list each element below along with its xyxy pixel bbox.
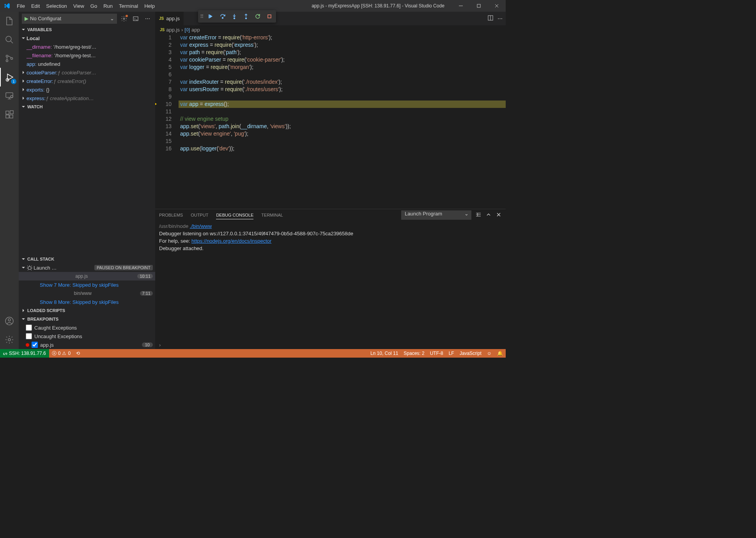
callstack-thread[interactable]: Launch … PAUSED ON BREAKPOINT (19, 263, 155, 272)
open-launch-json-button[interactable] (119, 14, 129, 23)
variable-row[interactable]: __dirname: '/home/greg-test/… (19, 42, 155, 51)
debug-session-select[interactable]: Launch Program (401, 210, 471, 220)
close-button[interactable] (488, 0, 506, 12)
minimize-button[interactable] (452, 0, 470, 12)
svg-point-17 (28, 266, 31, 270)
extensions-icon[interactable] (0, 105, 19, 124)
variable-row[interactable]: exports: {} (19, 85, 155, 94)
svg-rect-0 (477, 4, 480, 7)
debug-config-dropdown[interactable]: ▶ No Configurat ⌄ (22, 14, 117, 24)
indentation-status[interactable]: Spaces: 2 (401, 351, 427, 356)
debug-sidebar: ▶ No Configurat ⌄ ⋯ VARIABLES Local __di… (19, 12, 155, 349)
stack-frame[interactable]: bin/www7:11 (19, 289, 155, 298)
stack-show-more-link[interactable]: Show 7 More: Skipped by skipFiles (19, 280, 155, 289)
variable-row[interactable]: cookieParser: ƒ cookieParser… (19, 68, 155, 77)
breadcrumbs[interactable]: JS app.js › [◊] app (155, 25, 506, 34)
menu-view[interactable]: View (70, 1, 87, 11)
js-file-icon: JS (160, 28, 165, 32)
step-over-button[interactable] (217, 11, 228, 22)
settings-gear-icon[interactable] (0, 330, 19, 349)
debug-console-output[interactable]: /usr/bin/node ./bin/www Debugger listeni… (155, 221, 506, 340)
notifications-icon[interactable]: 🔔 (494, 351, 506, 356)
console-input-prompt[interactable]: › (155, 340, 506, 349)
maximize-button[interactable] (470, 0, 488, 12)
explorer-icon[interactable] (0, 12, 19, 30)
variables-header[interactable]: VARIABLES (19, 25, 155, 34)
problems-status[interactable]: ⓧ0⚠0 (49, 349, 73, 358)
svg-rect-11 (10, 111, 13, 114)
search-icon[interactable] (0, 30, 19, 49)
debug-console-toggle[interactable] (131, 14, 140, 23)
panel-tab-terminal[interactable]: TERMINAL (261, 211, 283, 219)
variable-row[interactable]: createError: ƒ createError() (19, 77, 155, 85)
restart-button[interactable] (252, 11, 264, 22)
menu-file[interactable]: File (14, 1, 28, 11)
menu-edit[interactable]: Edit (28, 1, 43, 11)
menu-go[interactable]: Go (87, 1, 100, 11)
scope-local[interactable]: Local (19, 34, 155, 42)
panel-tab-problems[interactable]: PROBLEMS (159, 211, 183, 219)
ports-status[interactable]: ⟲ (73, 349, 83, 358)
remote-icon: ᔕ (3, 351, 7, 356)
more-actions[interactable]: ⋯ (143, 14, 152, 23)
panel-tab-output[interactable]: OUTPUT (191, 211, 208, 219)
panel-tab-debug-console[interactable]: DEBUG CONSOLE (216, 211, 253, 219)
step-out-button[interactable] (240, 11, 252, 22)
svg-point-2 (6, 55, 8, 57)
svg-point-3 (6, 60, 8, 62)
editor-area: JS app.js ⠿ ⋯ JS app.js › [◊] app (155, 12, 506, 349)
paused-badge: PAUSED ON BREAKPOINT (94, 265, 153, 270)
svg-point-19 (222, 18, 223, 19)
cursor-position[interactable]: Ln 10, Col 11 (368, 351, 401, 356)
close-panel-icon[interactable] (496, 212, 502, 219)
variable-row[interactable]: app: undefined (19, 60, 155, 68)
window-title: app.js - myExpressApp [SSH: 138.91.77.6]… (312, 3, 444, 9)
accounts-icon[interactable] (0, 312, 19, 330)
editor-tabs: JS app.js ⠿ ⋯ (155, 12, 506, 25)
eol-status[interactable]: LF (446, 351, 457, 356)
remote-indicator[interactable]: ᔕSSH: 138.91.77.6 (0, 349, 49, 358)
window-controls (452, 0, 506, 12)
console-link[interactable]: ./bin/www (190, 223, 212, 229)
caught-exceptions-checkbox[interactable]: Caught Exceptions (19, 323, 155, 332)
console-link[interactable]: https://nodejs.org/en/docs/inspector (191, 238, 271, 244)
feedback-icon[interactable]: ☺ (484, 351, 494, 356)
encoding-status[interactable]: UTF-8 (427, 351, 446, 356)
callstack-section: CALL STACK Launch … PAUSED ON BREAKPOINT… (19, 255, 155, 306)
menu-terminal[interactable]: Terminal (116, 1, 141, 11)
filter-icon[interactable] (475, 212, 482, 219)
svg-point-13 (8, 319, 11, 321)
variables-section: VARIABLES Local __dirname: '/home/greg-t… (19, 25, 155, 102)
step-into-button[interactable] (228, 11, 240, 22)
svg-rect-16 (133, 17, 138, 21)
callstack-header[interactable]: CALL STACK (19, 255, 155, 263)
continue-button[interactable] (205, 11, 217, 22)
debug-badge: 1 (11, 79, 16, 84)
code-editor[interactable]: 12345678910111213141516 var createError … (155, 34, 506, 209)
menu-run[interactable]: Run (100, 1, 116, 11)
more-editor-actions[interactable]: ⋯ (498, 16, 503, 21)
uncaught-exceptions-checkbox[interactable]: Uncaught Exceptions (19, 332, 155, 340)
stack-frame[interactable]: app.js10:11 (19, 272, 155, 280)
source-control-icon[interactable] (0, 49, 19, 68)
drag-handle-icon[interactable]: ⠿ (199, 14, 205, 19)
breakpoints-header[interactable]: BREAKPOINTS (19, 315, 155, 323)
activity-bar: 1 (0, 12, 19, 349)
menu-help[interactable]: Help (141, 1, 158, 11)
js-file-icon: JS (159, 16, 164, 21)
menu-selection[interactable]: Selection (43, 1, 70, 11)
variable-row[interactable]: __filename: '/home/greg-test… (19, 51, 155, 60)
collapse-icon[interactable] (485, 212, 492, 219)
watch-header[interactable]: WATCH (19, 102, 155, 111)
breakpoint-entry[interactable]: app.js10 (19, 340, 155, 349)
svg-point-20 (234, 18, 235, 19)
loaded-scripts-header[interactable]: LOADED SCRIPTS (19, 306, 155, 315)
remote-explorer-icon[interactable] (0, 86, 19, 105)
stop-button[interactable] (264, 11, 275, 22)
split-editor-icon[interactable] (487, 15, 494, 22)
language-mode[interactable]: JavaScript (457, 351, 484, 356)
variable-row[interactable]: express: ƒ createApplication… (19, 94, 155, 102)
run-debug-icon[interactable]: 1 (0, 68, 19, 86)
stack-show-more-link[interactable]: Show 8 More: Skipped by skipFiles (19, 298, 155, 306)
tab-app-js[interactable]: JS app.js (155, 12, 184, 25)
